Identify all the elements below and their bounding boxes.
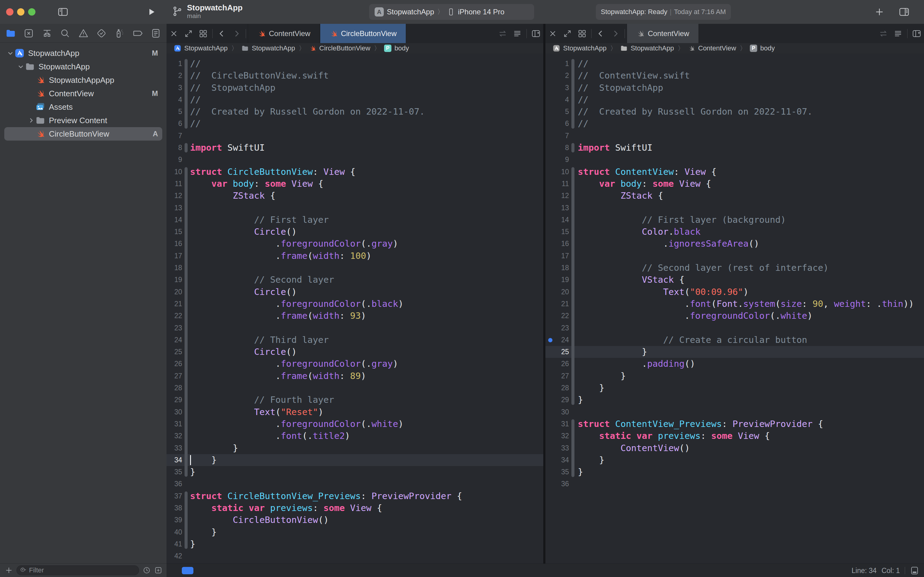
line-number[interactable]: 11 xyxy=(546,178,571,190)
code-line-16[interactable]: 16 .foregroundColor(.gray) xyxy=(167,238,543,250)
line-number[interactable]: 7 xyxy=(167,130,184,142)
code-line-13[interactable]: 13 xyxy=(546,202,924,214)
code-line-37[interactable]: 37struct CircleButtonView_Previews: Prev… xyxy=(167,490,543,502)
close-tab-icon[interactable] xyxy=(169,29,179,38)
line-number[interactable]: 26 xyxy=(167,358,184,370)
breadcrumb-item[interactable]: StopwatchApp xyxy=(184,44,228,52)
line-number[interactable]: 6 xyxy=(546,118,571,130)
code-line-9[interactable]: 9 xyxy=(167,154,543,166)
code-line-42[interactable]: 42 xyxy=(167,550,543,562)
go-back-icon[interactable] xyxy=(217,29,226,38)
line-number[interactable]: 12 xyxy=(167,190,184,202)
line-number[interactable]: 21 xyxy=(167,298,184,310)
line-number[interactable]: 9 xyxy=(546,154,571,166)
line-number[interactable]: 23 xyxy=(167,322,184,334)
breadcrumb-item[interactable]: ContentView xyxy=(698,44,736,52)
code-line-30[interactable]: 30 xyxy=(546,406,924,418)
run-destination-label[interactable]: iPhone 14 Pro xyxy=(458,8,504,16)
toggle-sidebar-icon[interactable] xyxy=(57,7,69,17)
code-line-7[interactable]: 7 xyxy=(546,130,924,142)
code-line-8[interactable]: 8import SwiftUI xyxy=(546,142,924,154)
line-number[interactable]: 22 xyxy=(167,310,184,322)
breadcrumb-item[interactable]: StopwatchApp xyxy=(563,44,607,52)
editor-grid-icon[interactable] xyxy=(578,29,587,38)
breakpoint-navigator-icon[interactable] xyxy=(133,28,143,39)
code-line-3[interactable]: 3// StopwatchApp xyxy=(546,82,924,94)
code-line-11[interactable]: 11 var body: some View { xyxy=(167,178,543,190)
report-navigator-icon[interactable] xyxy=(151,28,161,39)
code-line-27[interactable]: 27 } xyxy=(546,370,924,382)
breadcrumb-item[interactable]: body xyxy=(760,44,775,52)
focus-editor-button[interactable] xyxy=(182,567,193,574)
code-line-20[interactable]: 20 Text("00:09.96") xyxy=(546,286,924,298)
line-number[interactable]: 41 xyxy=(167,538,184,550)
line-number[interactable]: 12 xyxy=(546,190,571,202)
code-line-31[interactable]: 31struct ContentView_Previews: PreviewPr… xyxy=(546,418,924,430)
project-navigator-icon[interactable] xyxy=(5,28,16,39)
go-back-icon[interactable] xyxy=(596,29,605,38)
editor-options-icon[interactable] xyxy=(513,29,522,38)
code-line-31[interactable]: 31 .foregroundColor(.white) xyxy=(167,418,543,430)
line-number[interactable]: 17 xyxy=(167,250,184,262)
code-line-7[interactable]: 7 xyxy=(167,130,543,142)
go-forward-icon[interactable] xyxy=(611,29,620,38)
code-line-32[interactable]: 32 .font(.title2) xyxy=(167,430,543,442)
line-number[interactable]: 27 xyxy=(167,370,184,382)
line-number[interactable]: 40 xyxy=(167,526,184,538)
line-number[interactable]: 29 xyxy=(546,394,571,406)
minimize-window-button[interactable] xyxy=(17,8,24,16)
scheme-target-label[interactable]: StopwatchApp xyxy=(387,8,434,16)
source-code-editor[interactable]: 1//2// ContentView.swift3// StopwatchApp… xyxy=(546,53,924,564)
debug-navigator-icon[interactable] xyxy=(114,28,125,39)
code-line-28[interactable]: 28 } xyxy=(546,382,924,394)
line-number[interactable]: 35 xyxy=(167,466,184,478)
editor-options-icon[interactable] xyxy=(893,29,903,38)
recent-files-clock-icon[interactable] xyxy=(143,566,151,574)
line-number[interactable]: 13 xyxy=(546,202,571,214)
line-number[interactable]: 36 xyxy=(167,478,184,490)
line-number[interactable]: 3 xyxy=(167,82,184,94)
code-line-14[interactable]: 14 // First layer (background) xyxy=(546,214,924,226)
line-number[interactable]: 19 xyxy=(167,274,184,286)
code-line-2[interactable]: 2// CircleButtonView.swift xyxy=(167,70,543,82)
code-line-20[interactable]: 20 Circle() xyxy=(167,286,543,298)
line-number[interactable]: 4 xyxy=(167,94,184,106)
code-line-15[interactable]: 15 Circle() xyxy=(167,226,543,238)
close-tab-icon[interactable] xyxy=(548,29,557,38)
line-number[interactable]: 5 xyxy=(546,106,571,118)
line-number[interactable]: 31 xyxy=(167,418,184,430)
swap-editors-icon[interactable] xyxy=(498,29,507,38)
code-line-34[interactable]: 34 } xyxy=(167,454,543,466)
code-line-28[interactable]: 28 xyxy=(167,382,543,394)
line-number[interactable]: 11 xyxy=(167,178,184,190)
source-control-icon[interactable] xyxy=(24,28,34,39)
code-line-16[interactable]: 16 .ignoresSafeArea() xyxy=(546,238,924,250)
code-line-13[interactable]: 13 xyxy=(167,202,543,214)
line-number[interactable]: 10 xyxy=(167,166,184,178)
tree-row-stopwatchapp[interactable]: StopwatchAppM xyxy=(4,47,162,60)
tab-contentview[interactable]: ContentView xyxy=(627,24,699,43)
code-line-33[interactable]: 33 ContentView() xyxy=(546,442,924,454)
code-line-1[interactable]: 1// xyxy=(546,58,924,70)
line-number[interactable]: 27 xyxy=(546,370,571,382)
swap-editors-icon[interactable] xyxy=(879,29,888,38)
code-line-41[interactable]: 41} xyxy=(167,538,543,550)
line-number[interactable]: 38 xyxy=(167,502,184,514)
line-number[interactable]: 9 xyxy=(167,154,184,166)
code-line-10[interactable]: 10struct ContentView: View { xyxy=(546,166,924,178)
code-line-12[interactable]: 12 ZStack { xyxy=(167,190,543,202)
breadcrumb-item[interactable]: CircleButtonView xyxy=(319,44,370,52)
line-number[interactable]: 30 xyxy=(167,406,184,418)
code-line-8[interactable]: 8import SwiftUI xyxy=(167,142,543,154)
code-line-36[interactable]: 36 xyxy=(167,478,543,490)
code-line-21[interactable]: 21 .foregroundColor(.black) xyxy=(167,298,543,310)
line-number[interactable]: 22 xyxy=(546,310,571,322)
code-line-6[interactable]: 6// xyxy=(167,118,543,130)
breadcrumb-item[interactable]: StopwatchApp xyxy=(252,44,295,52)
tree-row-stopwatchapp[interactable]: StopwatchApp xyxy=(4,60,162,73)
line-number[interactable]: 4 xyxy=(546,94,571,106)
code-line-40[interactable]: 40 } xyxy=(167,526,543,538)
code-line-5[interactable]: 5// Created by Russell Gordon on 2022-11… xyxy=(167,106,543,118)
code-line-12[interactable]: 12 ZStack { xyxy=(546,190,924,202)
code-line-27[interactable]: 27 .frame(width: 89) xyxy=(167,370,543,382)
